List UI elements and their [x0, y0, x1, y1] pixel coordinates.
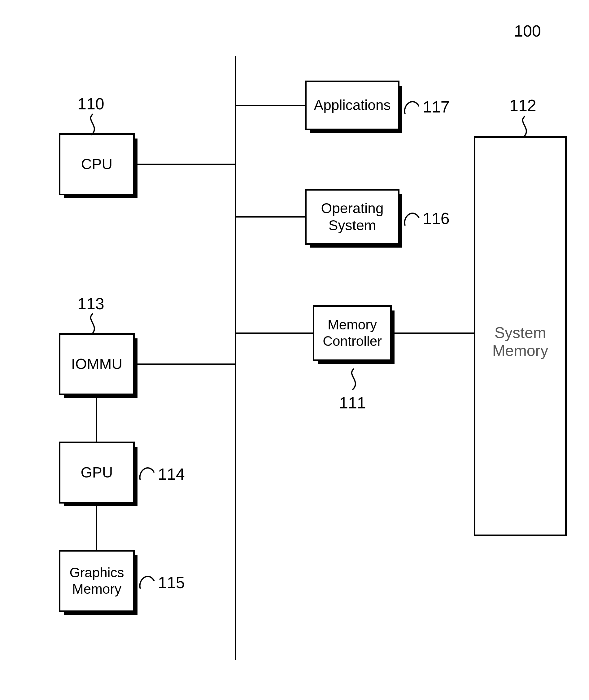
apps-box: Applications	[305, 81, 399, 130]
ref-117: 117	[423, 98, 450, 116]
apps-bus-line	[236, 105, 305, 106]
memctl-sysmem-line	[392, 332, 474, 334]
squiggle-112	[514, 116, 536, 138]
diagram-canvas: 100 CPU 110 IOMMU 113 GPU 114 Graphics M…	[0, 0, 589, 700]
ref-113: 113	[77, 294, 105, 313]
iommu-bus-line	[135, 364, 235, 365]
os-bus-line	[236, 216, 305, 218]
iommu-gpu-line	[96, 395, 97, 442]
cpu-label: CPU	[81, 155, 113, 173]
memctl-bus-line	[236, 332, 313, 334]
loop-116	[404, 210, 421, 227]
ref-111: 111	[339, 394, 366, 412]
apps-label: Applications	[314, 97, 391, 114]
iommu-box: IOMMU	[59, 333, 135, 395]
ref-100: 100	[514, 22, 541, 40]
gmem-label: Graphics Memory	[69, 565, 124, 597]
gpu-label: GPU	[80, 463, 113, 481]
squiggle-113	[82, 314, 104, 335]
loop-115	[139, 573, 156, 590]
gpu-gmem-line	[96, 504, 97, 550]
sysmem-label: System Memory	[475, 324, 565, 360]
bus-line	[235, 56, 236, 660]
ref-112: 112	[510, 96, 536, 115]
ref-114: 114	[158, 465, 185, 483]
ref-115: 115	[158, 573, 185, 592]
cpu-bus-line	[135, 164, 235, 165]
sysmem-box: System Memory	[474, 136, 567, 536]
os-box: Operating System	[305, 189, 399, 245]
loop-114	[139, 465, 156, 482]
gpu-box: GPU	[59, 442, 135, 504]
memctl-label: Memory Controller	[323, 317, 382, 349]
loop-117	[404, 99, 421, 116]
os-label: Operating System	[321, 200, 383, 234]
ref-116: 116	[423, 209, 450, 228]
ref-110: 110	[77, 95, 105, 113]
squiggle-111	[343, 369, 365, 391]
cpu-box: CPU	[59, 133, 135, 195]
memctl-box: Memory Controller	[313, 305, 392, 361]
squiggle-110	[82, 114, 104, 136]
iommu-label: IOMMU	[71, 355, 122, 373]
gmem-box: Graphics Memory	[59, 550, 135, 612]
